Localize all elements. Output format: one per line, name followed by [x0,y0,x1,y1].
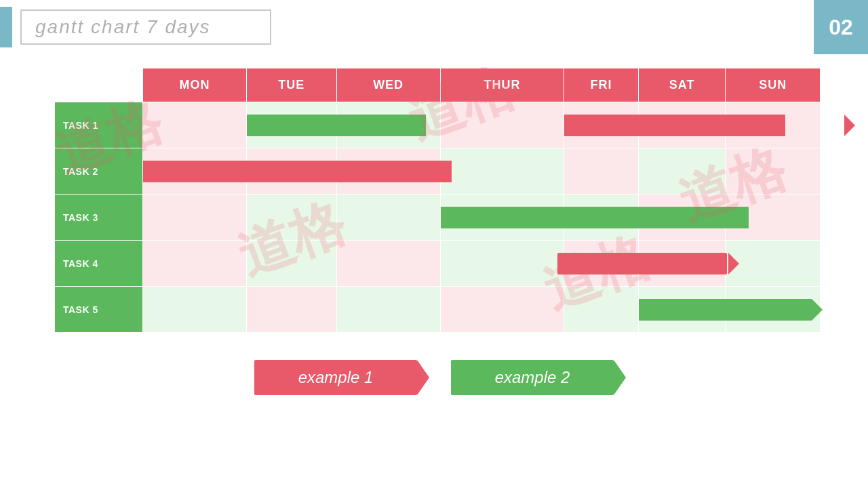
day-sat: SAT [638,68,725,102]
cell-5-sat [638,287,725,333]
cell-3-thur [440,195,564,241]
task-label-5: TASK 5 [55,287,143,333]
cell-2-mon [143,148,247,195]
cell-4-tue [246,241,336,287]
day-tue: TUE [246,68,336,102]
cell-2-sun [726,148,821,195]
cell-4-wed [336,241,440,287]
task-row-5: TASK 5 [55,287,821,333]
task-row-3: TASK 3 [55,195,821,241]
task-row-2: TASK 2 [55,148,821,195]
header: gantt chart 7 days 02 [0,0,868,54]
cell-2-sat [638,148,725,195]
legend-red-label: example 1 [298,368,374,387]
cell-1-mon [143,102,247,148]
task-label-4: TASK 4 [55,241,143,287]
legend-example2: example 2 [451,360,614,395]
cell-4-mon [143,241,247,287]
cell-4-thur [440,241,564,287]
cell-5-tue [246,287,336,333]
header-title: gantt chart 7 days [20,9,271,45]
legend-green-bar: example 2 [451,360,614,395]
cell-1-thur [440,102,564,148]
gantt-body: TASK 1 TASK 2 [55,102,821,333]
task-row-1: TASK 1 [55,102,821,148]
legend-example1: example 1 [254,360,417,395]
legend-red-bar: example 1 [254,360,417,395]
cell-5-thur [440,287,564,333]
cell-2-fri [564,148,639,195]
cell-5-mon [143,287,247,333]
day-sun: SUN [726,68,821,102]
header-accent [0,7,12,47]
legend: example 1 example 2 [0,360,868,395]
cell-5-wed [336,287,440,333]
cell-2-thur [440,148,564,195]
cell-4-fri [564,241,639,287]
cell-1-tue [246,102,336,148]
task-label-2: TASK 2 [55,148,143,195]
header-empty [55,68,143,102]
day-wed: WED [336,68,440,102]
cell-1-fri [564,102,639,148]
cell-3-tue [246,195,336,241]
task-label-1: TASK 1 [55,102,143,148]
task-row-4: TASK 4 [55,241,821,287]
day-fri: FRI [564,68,639,102]
cell-4-sun [726,241,821,287]
cell-5-fri [564,287,639,333]
day-mon: MON [143,68,247,102]
task-label-3: TASK 3 [55,195,143,241]
gantt-chart: MON TUE WED THUR FRI SAT SUN TASK 1 [54,68,821,333]
legend-green-label: example 2 [495,368,570,387]
slide-number: 02 [814,0,868,54]
cell-3-wed [336,195,440,241]
gantt-table: MON TUE WED THUR FRI SAT SUN TASK 1 [54,68,821,333]
day-thur: THUR [440,68,564,102]
gantt-header-row: MON TUE WED THUR FRI SAT SUN [55,68,821,102]
cell-3-mon [143,195,247,241]
